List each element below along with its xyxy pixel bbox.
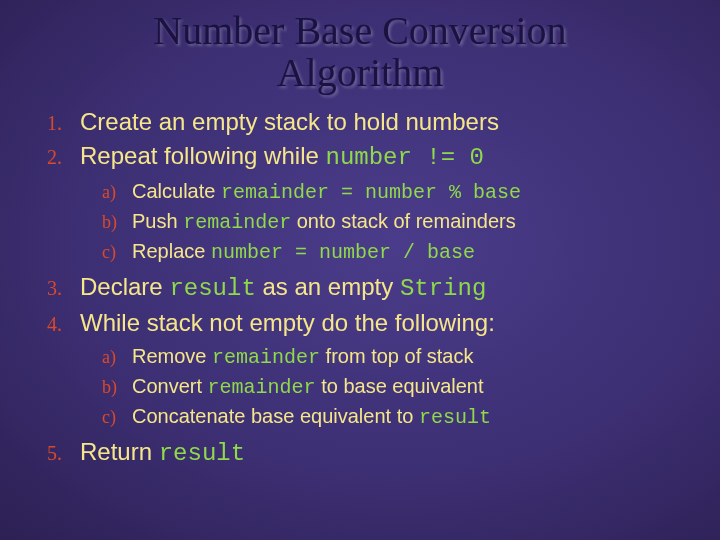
text-part: Repeat following while bbox=[80, 142, 325, 169]
substep-letter: a) bbox=[102, 345, 132, 370]
substep-text: Remove remainder from top of stack bbox=[132, 342, 690, 372]
step-4-substeps: a) Remove remainder from top of stack b)… bbox=[30, 342, 690, 432]
substep-4a: a) Remove remainder from top of stack bbox=[102, 342, 690, 372]
substep-text: Convert remainder to base equivalent bbox=[132, 372, 690, 402]
code-span: String bbox=[400, 275, 486, 302]
substep-text: Push remainder onto stack of remainders bbox=[132, 207, 690, 237]
step-2: 2. Repeat following while number != 0 bbox=[30, 140, 690, 174]
code-span: number = number / base bbox=[211, 241, 475, 264]
text-part: Push bbox=[132, 210, 183, 232]
text-part: Convert bbox=[132, 375, 208, 397]
text-part: Calculate bbox=[132, 180, 221, 202]
step-number: 5. bbox=[30, 440, 80, 467]
code-span: remainder bbox=[208, 376, 316, 399]
text-part: as an empty bbox=[256, 273, 400, 300]
text-part: to base equivalent bbox=[316, 375, 484, 397]
code-span: result bbox=[169, 275, 255, 302]
step-number: 3. bbox=[30, 275, 80, 302]
step-5: 5. Return result bbox=[30, 436, 690, 470]
code-span: result bbox=[159, 440, 245, 467]
code-span: result bbox=[419, 406, 491, 429]
substep-text: Calculate remainder = number % base bbox=[132, 177, 690, 207]
substep-2a: a) Calculate remainder = number % base bbox=[102, 177, 690, 207]
step-4: 4. While stack not empty do the followin… bbox=[30, 307, 690, 339]
step-1: 1. Create an empty stack to hold numbers bbox=[30, 106, 690, 138]
step-text: While stack not empty do the following: bbox=[80, 307, 690, 339]
step-number: 2. bbox=[30, 144, 80, 171]
text-part: Remove bbox=[132, 345, 212, 367]
step-text: Declare result as an empty String bbox=[80, 271, 690, 305]
text-part: Return bbox=[80, 438, 159, 465]
code-span: remainder bbox=[183, 211, 291, 234]
code-span: remainder bbox=[212, 346, 320, 369]
substep-letter: c) bbox=[102, 240, 132, 265]
substep-2c: c) Replace number = number / base bbox=[102, 237, 690, 267]
substep-text: Concatenate base equivalent to result bbox=[132, 402, 690, 432]
step-2-substeps: a) Calculate remainder = number % base b… bbox=[30, 177, 690, 267]
slide-title: Number Base Conversion Algorithm bbox=[0, 0, 720, 94]
substep-text: Replace number = number / base bbox=[132, 237, 690, 267]
text-part: Replace bbox=[132, 240, 211, 262]
substep-4b: b) Convert remainder to base equivalent bbox=[102, 372, 690, 402]
step-number: 1. bbox=[30, 110, 80, 137]
text-part: Concatenate base equivalent to bbox=[132, 405, 419, 427]
substep-2b: b) Push remainder onto stack of remainde… bbox=[102, 207, 690, 237]
substep-letter: c) bbox=[102, 405, 132, 430]
text-part: onto stack of remainders bbox=[291, 210, 516, 232]
substep-4c: c) Concatenate base equivalent to result bbox=[102, 402, 690, 432]
title-line-1: Number Base Conversion bbox=[153, 8, 566, 53]
step-text: Return result bbox=[80, 436, 690, 470]
text-part: from top of stack bbox=[320, 345, 473, 367]
text-part: Declare bbox=[80, 273, 169, 300]
substep-letter: b) bbox=[102, 210, 132, 235]
title-line-2: Algorithm bbox=[277, 50, 444, 95]
code-span: remainder = number % base bbox=[221, 181, 521, 204]
step-number: 4. bbox=[30, 311, 80, 338]
step-text: Create an empty stack to hold numbers bbox=[80, 106, 690, 138]
substep-letter: a) bbox=[102, 180, 132, 205]
step-3: 3. Declare result as an empty String bbox=[30, 271, 690, 305]
slide-body: 1. Create an empty stack to hold numbers… bbox=[0, 94, 720, 470]
substep-letter: b) bbox=[102, 375, 132, 400]
step-text: Repeat following while number != 0 bbox=[80, 140, 690, 174]
code-span: number != 0 bbox=[325, 144, 483, 171]
